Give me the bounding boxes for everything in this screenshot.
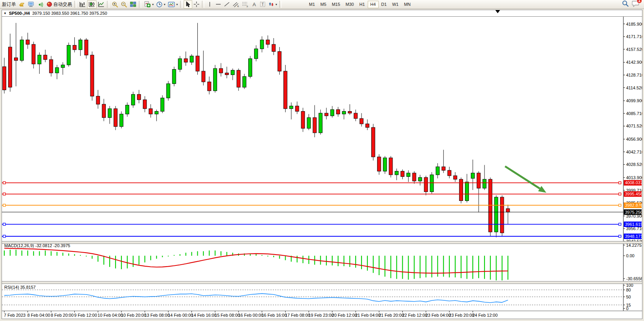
zoom-in-icon[interactable] <box>111 0 119 9</box>
rsi-axis-tick: 50 <box>626 295 631 299</box>
rsi-axis-tick: 80 <box>626 288 631 292</box>
date-axis-label: 14 Feb 00:00 <box>168 313 193 318</box>
timeframe-button-mn[interactable]: MN <box>401 1 413 8</box>
candle-body <box>9 47 12 87</box>
notification-badge: 1 <box>637 0 642 3</box>
current-price-badge-text: 3975.250 <box>625 210 642 215</box>
autotrade-button[interactable]: 自动交易 <box>45 0 73 9</box>
bar-chart-icon[interactable] <box>78 0 87 9</box>
price-axis-tick: 4013.900 <box>626 175 642 180</box>
macd-axis-tick: 0.00 <box>626 253 634 258</box>
templates-icon[interactable]: ▾ <box>167 0 179 9</box>
timeframe-button-m30[interactable]: M30 <box>343 1 356 8</box>
candle-body <box>219 68 223 73</box>
candle-body <box>500 197 504 233</box>
price-axis-tick: 4056.900 <box>626 137 642 141</box>
crosshair-icon[interactable] <box>192 0 201 9</box>
price-axis-tick: 4042.710 <box>626 150 642 154</box>
search-icon[interactable] <box>622 0 629 9</box>
candle-body <box>447 170 451 176</box>
toolbar-items: 新订单自动交易▾▾▾EFAT▾ <box>1 0 283 9</box>
date-axis-label: 24 Feb 12:00 <box>472 313 498 318</box>
candle-body <box>202 71 205 82</box>
timeframe-button-d1[interactable]: D1 <box>379 1 390 8</box>
chart-canvas[interactable]: 4185.9004171.7104157.5204142.9004128.710… <box>2 17 642 319</box>
notifications-icon[interactable]: 1 <box>632 0 639 9</box>
date-axis-label: 17 Feb 08:00 <box>285 313 310 318</box>
signal-icon[interactable] <box>36 0 45 9</box>
date-axis-label: 20 Feb 12:00 <box>332 313 357 318</box>
candle-body <box>354 113 358 119</box>
candle-body <box>436 167 439 175</box>
toolbar-separator <box>279 1 282 8</box>
timeframe-button-m15[interactable]: M15 <box>329 1 343 8</box>
candle-body <box>284 71 287 109</box>
price-axis-tick: 4085.710 <box>626 111 642 116</box>
candle-body <box>366 124 369 127</box>
label-icon[interactable]: T <box>258 0 267 9</box>
candle-body <box>102 104 105 117</box>
candle-body <box>114 109 117 127</box>
candle-body <box>471 173 475 178</box>
terminal-icon[interactable] <box>26 0 36 9</box>
candle-body <box>336 110 340 114</box>
candle-body <box>172 70 176 84</box>
chart-header[interactable]: ▼ SP500-,H4 3979.150 3983.550 3961.750 3… <box>2 10 642 17</box>
arrows-icon[interactable]: ▾ <box>267 0 278 9</box>
candle-body <box>14 58 18 61</box>
candle-body <box>96 96 100 104</box>
price-line-badge-text: 3961.619 <box>625 222 642 227</box>
timeframe-button-m1[interactable]: M1 <box>306 1 318 8</box>
candle-body <box>330 110 334 116</box>
candle-body <box>84 40 88 55</box>
indicators-icon[interactable]: ▾ <box>142 0 155 9</box>
toolbar-right: 1 <box>622 0 643 9</box>
cursor-icon[interactable] <box>184 0 192 9</box>
candle-body <box>20 40 24 61</box>
timeframe-button-m5[interactable]: M5 <box>318 1 329 8</box>
timeframe-button-h4[interactable]: H4 <box>368 1 379 8</box>
symbol-dropdown-icon[interactable]: ▼ <box>4 12 7 15</box>
candle-body <box>418 178 422 181</box>
chart-ohlc-values: 3979.150 3983.550 3961.750 3975.250 <box>32 11 107 16</box>
candle-body <box>184 59 188 62</box>
channel-icon[interactable]: E <box>231 0 240 9</box>
horizontal-line-icon[interactable] <box>214 0 223 9</box>
vertical-line-icon[interactable] <box>205 0 214 9</box>
candlestick-icon[interactable] <box>87 0 97 9</box>
candle-body <box>383 158 387 171</box>
text-icon[interactable]: A <box>250 0 258 9</box>
trendline-icon[interactable] <box>223 0 231 9</box>
candle-body <box>272 44 275 51</box>
candle-body <box>120 114 123 126</box>
candle-body <box>442 167 445 170</box>
candle-body <box>389 158 393 175</box>
toolbar-separator <box>139 1 141 8</box>
axis-layer[interactable]: 4185.9004171.7104157.5204142.9004128.710… <box>623 17 642 311</box>
candle-body <box>213 68 217 91</box>
date-axis-label: 7 Feb 2023 <box>4 313 26 318</box>
date-axis-label: 13 Feb 08:00 <box>144 313 170 318</box>
svg-text:T: T <box>261 2 264 7</box>
candle-body <box>3 67 6 90</box>
new-order-button[interactable]: 新订单 <box>1 0 17 9</box>
periods-icon[interactable]: ▾ <box>155 0 167 9</box>
ingot-icon[interactable] <box>17 0 26 9</box>
line-chart-icon[interactable] <box>97 0 106 9</box>
tile-windows-icon[interactable] <box>128 0 138 9</box>
timeframe-toolbar: M1M5M15M30H1H4D1W1MN <box>306 1 413 8</box>
zoom-out-icon[interactable] <box>119 0 128 9</box>
candle-body <box>190 56 193 62</box>
candle-body <box>161 98 164 111</box>
timeframe-button-w1[interactable]: W1 <box>390 1 402 8</box>
candle-body <box>412 173 416 181</box>
macd-label: MACD(12,26,9) -32.0812 -20.3975 <box>4 243 70 248</box>
candle-body <box>477 173 481 188</box>
candle-body <box>325 113 328 116</box>
candle-body <box>108 109 111 118</box>
fibonacci-icon[interactable]: F <box>240 0 250 9</box>
candle-body <box>260 40 264 49</box>
timeframe-button-h1[interactable]: H1 <box>356 1 367 8</box>
chart-shift-marker-icon[interactable] <box>495 10 500 13</box>
candle-body <box>319 113 322 133</box>
